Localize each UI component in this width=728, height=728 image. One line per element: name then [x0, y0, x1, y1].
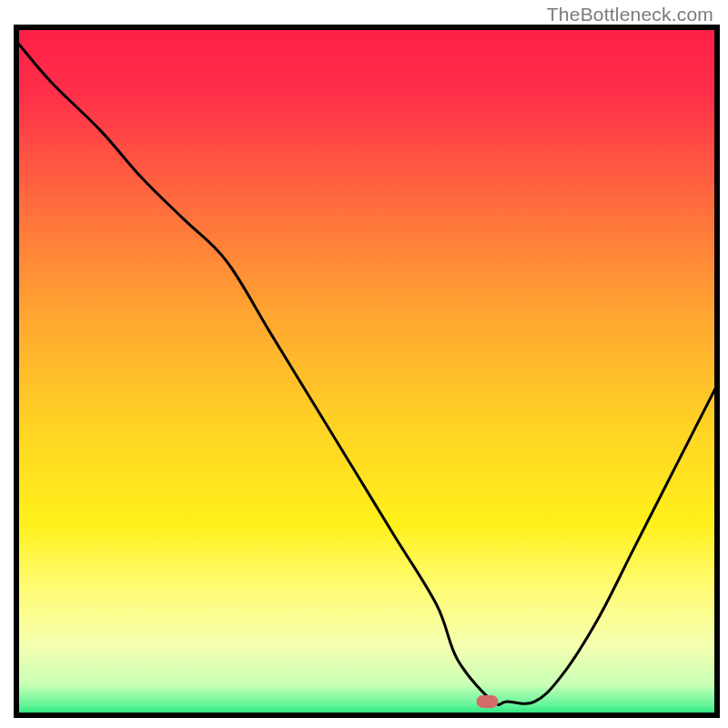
bottleneck-chart	[0, 0, 728, 728]
plot-background	[16, 27, 717, 715]
chart-container: TheBottleneck.com	[0, 0, 728, 728]
optimal-marker	[476, 695, 498, 708]
